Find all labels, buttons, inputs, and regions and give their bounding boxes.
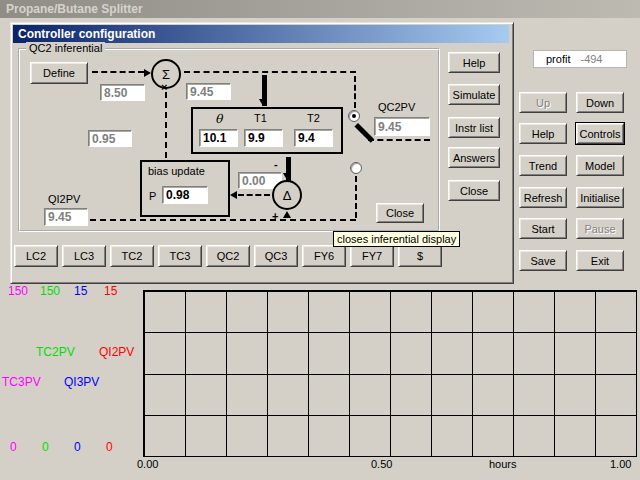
start-button[interactable]: Start	[519, 218, 567, 239]
axis-max-tc3pv: 150	[8, 284, 28, 298]
fy7-button[interactable]: FY7	[350, 245, 394, 267]
simulate-button[interactable]: Simulate	[448, 84, 500, 105]
measured-source-radio[interactable]	[350, 162, 362, 174]
setpoint-field: 8.50	[100, 84, 145, 101]
lc3-button[interactable]: LC3	[62, 245, 106, 267]
instr-list-button[interactable]: Instr list	[448, 117, 500, 138]
qi2pv-label: QI2PV	[48, 193, 80, 205]
dialog-titlebar[interactable]: Controller configuration	[13, 25, 509, 43]
connector-line	[184, 71, 356, 73]
connector-line	[354, 76, 356, 108]
fy6-button[interactable]: FY6	[302, 245, 346, 267]
gain-field: 0.95	[88, 130, 132, 147]
p-label: P	[149, 190, 156, 202]
qc2pv-field: 9.45	[374, 117, 430, 136]
axis-min-qi3pv: 0	[74, 440, 81, 454]
t2-label: T2	[307, 112, 320, 124]
t1-input[interactable]	[244, 129, 283, 147]
inferential-source-radio-selected[interactable]	[348, 110, 360, 122]
window-titlebar[interactable]: Propane/Butane Splitter	[0, 0, 640, 18]
window-title: Propane/Butane Splitter	[6, 2, 143, 16]
tc2-button[interactable]: TC2	[110, 245, 154, 267]
help-panel-button[interactable]: Help	[519, 123, 567, 144]
answers-button[interactable]: Answers	[448, 147, 500, 168]
connector-line	[165, 92, 167, 158]
theta-input[interactable]	[199, 129, 238, 147]
x-tick-1: 0.50	[371, 458, 392, 470]
x-tick-0: 0.00	[137, 458, 158, 470]
arrow-left-icon	[230, 191, 237, 199]
qi2pv-field: 9.45	[44, 208, 88, 226]
axis-min-qi2pv: 0	[106, 440, 113, 454]
arrow-down-icon	[283, 173, 291, 180]
connector-line	[355, 176, 357, 218]
qc3-button[interactable]: QC3	[254, 245, 298, 267]
tc3-button[interactable]: TC3	[158, 245, 202, 267]
legend-qi2pv: QI2PV	[99, 345, 134, 359]
exit-button[interactable]: Exit	[576, 250, 624, 271]
connector-line	[238, 194, 270, 196]
theta-label: θ	[215, 112, 222, 126]
dollar-button[interactable]: $	[398, 245, 442, 267]
initialise-button[interactable]: Initialise	[576, 187, 624, 208]
refresh-button[interactable]: Refresh	[519, 187, 567, 208]
x-axis-label: hours	[489, 458, 517, 470]
axis-max-qi3pv: 15	[74, 284, 87, 298]
arrow-down-icon	[259, 99, 267, 106]
qc2-button[interactable]: QC2	[206, 245, 250, 267]
arrow-right-icon	[144, 69, 151, 77]
chart-plot-area	[143, 290, 637, 457]
model-button[interactable]: Model	[576, 155, 624, 176]
bias-update-label: bias update	[148, 165, 205, 177]
connector-line	[92, 71, 144, 73]
legend-tc3pv: TC3PV	[2, 375, 41, 389]
minus-sign: -	[274, 158, 278, 170]
axis-max-tc2pv: 150	[40, 284, 60, 298]
help-button[interactable]: Help	[448, 52, 500, 73]
axis-max-qi2pv: 15	[104, 284, 117, 298]
controls-button[interactable]: Controls	[576, 123, 624, 144]
pause-button: Pause	[576, 218, 624, 239]
t1-label: T1	[254, 112, 267, 124]
group-title: QC2 inferential	[26, 42, 105, 54]
profit-label: profit	[546, 53, 570, 65]
dialog-title: Controller configuration	[18, 27, 155, 41]
profit-value: -494	[580, 53, 602, 65]
connector-line	[90, 219, 356, 221]
axis-min-tc2pv: 0	[42, 440, 49, 454]
t2-input[interactable]	[294, 129, 333, 147]
up-button: Up	[519, 92, 567, 113]
axis-min-tc3pv: 0	[10, 440, 17, 454]
define-button[interactable]: Define	[30, 62, 88, 84]
connector-line	[368, 139, 430, 141]
sum-output-field: 9.45	[186, 83, 231, 100]
close-button[interactable]: Close	[448, 180, 500, 201]
save-button[interactable]: Save	[519, 250, 567, 271]
profit-display: profit -494	[533, 50, 627, 68]
tooltip: closes inferential display	[333, 231, 460, 247]
trend-button[interactable]: Trend	[519, 155, 567, 176]
legend-qi3pv: QI3PV	[64, 375, 99, 389]
legend-tc2pv: TC2PV	[36, 345, 75, 359]
app-window: Propane/Butane Splitter Controller confi…	[0, 0, 640, 480]
lc2-button[interactable]: LC2	[14, 245, 58, 267]
qc2pv-label: QC2PV	[378, 101, 415, 113]
delta-block: Δ	[272, 180, 302, 210]
down-button[interactable]: Down	[576, 92, 624, 113]
x-tick-2: 1.00	[610, 458, 631, 470]
group-close-button[interactable]: Close	[376, 203, 424, 223]
bias-p-input[interactable]	[162, 186, 208, 204]
arrow-up-icon	[283, 211, 291, 218]
